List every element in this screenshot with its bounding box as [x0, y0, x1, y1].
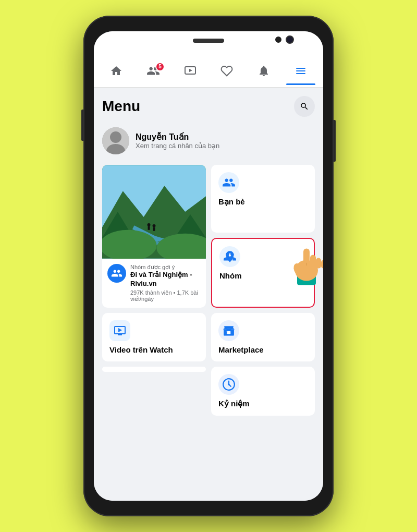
svg-rect-30: [227, 331, 231, 334]
group-card-bottom: Nhóm được gợi ý Đi và Trải Nghiệm - Rivi…: [102, 259, 206, 308]
nav-bar: 5: [94, 57, 323, 88]
search-button[interactable]: [294, 96, 315, 117]
third-cards-row: Kỷ niệm: [102, 367, 315, 416]
groups-label: Nhóm: [219, 271, 242, 280]
watch-card-icon: [109, 320, 130, 341]
bell-icon: [257, 65, 270, 80]
nav-menu[interactable]: [286, 60, 315, 85]
svg-marker-1: [189, 69, 192, 72]
svg-rect-20: [297, 270, 316, 285]
home-icon: [110, 65, 122, 80]
svg-point-15: [148, 223, 151, 226]
svg-rect-4: [296, 73, 305, 74]
memories-menu-card[interactable]: Kỷ niệm: [211, 367, 315, 416]
camera-sensor: [275, 37, 281, 43]
group-card-text: Nhóm được gợi ý Đi và Trải Nghiệm - Rivi…: [130, 264, 201, 303]
menu-icon: [295, 65, 307, 80]
profile-subtitle: Xem trang cá nhân của bạn: [136, 142, 219, 150]
marketplace-icon: [218, 320, 239, 341]
avatar-image: [102, 127, 129, 154]
svg-rect-3: [296, 70, 305, 71]
marketplace-menu-card[interactable]: Marketplace: [211, 313, 315, 361]
second-cards-row: Video trên Watch Marketplace: [102, 313, 315, 361]
svg-point-33: [228, 383, 229, 385]
group-suggestion-card[interactable]: Nhóm được gợi ý Đi và Trải Nghiệm - Rivi…: [102, 165, 206, 308]
memories-icon: [218, 374, 239, 395]
phone-screen: 5: [94, 31, 323, 501]
watch-menu-card[interactable]: Video trên Watch: [102, 313, 206, 361]
hand-pointer: [283, 244, 323, 293]
svg-rect-23: [303, 249, 310, 265]
memories-label: Kỷ niệm: [218, 399, 250, 408]
group-icon: [107, 264, 126, 283]
phone-frame: 5: [83, 16, 334, 516]
svg-rect-18: [153, 227, 155, 231]
menu-title: Menu: [102, 98, 140, 115]
avatar: [102, 127, 129, 154]
watch-card-label: Video trên Watch: [109, 345, 173, 354]
friends-menu-icon: [218, 172, 239, 193]
nav-home[interactable]: [102, 60, 131, 85]
groups-menu-icon: [219, 246, 240, 267]
svg-rect-24: [310, 255, 316, 268]
svg-rect-2: [296, 68, 305, 69]
group-card-title: Đi và Trải Nghiệm - Riviu.vn: [130, 271, 201, 288]
group-card-stats: 297K thành viên • 1,7K bài viết/ngày: [130, 289, 201, 303]
speaker: [193, 39, 224, 43]
nav-friends[interactable]: 5: [139, 60, 168, 85]
status-bar: [94, 31, 323, 57]
marketplace-label: Marketplace: [218, 345, 264, 354]
content-area: Menu: [94, 88, 323, 501]
svg-rect-26: [321, 260, 323, 269]
group-card-image: [102, 165, 206, 259]
nav-watch[interactable]: [176, 60, 205, 85]
friends-label: Bạn bè: [218, 197, 245, 207]
profile-row[interactable]: Nguyễn Tuấn Xem trang cá nhân của bạn: [102, 125, 315, 156]
groups-menu-card[interactable]: Nhóm: [211, 238, 315, 307]
nav-dating[interactable]: [212, 60, 241, 85]
profile-name: Nguyễn Tuấn: [136, 132, 219, 142]
nav-bell[interactable]: [249, 60, 278, 85]
svg-point-17: [153, 224, 156, 227]
selfie-camera: [286, 35, 294, 44]
svg-rect-16: [148, 226, 150, 230]
heart-icon: [220, 65, 233, 80]
svg-point-27: [292, 262, 304, 277]
svg-rect-25: [316, 258, 321, 269]
watch-nav-icon: [184, 65, 197, 80]
cards-grid: Nhóm được gợi ý Đi và Trải Nghiệm - Rivi…: [102, 165, 315, 308]
group-card-label: Nhóm được gợi ý: [130, 264, 201, 271]
svg-rect-21: [297, 270, 316, 276]
friends-menu-card[interactable]: Bạn bè: [211, 165, 315, 233]
spacer: [102, 367, 206, 372]
svg-point-22: [295, 260, 318, 281]
menu-header: Menu: [102, 96, 315, 117]
profile-info: Nguyễn Tuấn Xem trang cá nhân của bạn: [136, 132, 219, 150]
svg-point-6: [110, 131, 121, 143]
friends-badge: 5: [155, 62, 165, 71]
